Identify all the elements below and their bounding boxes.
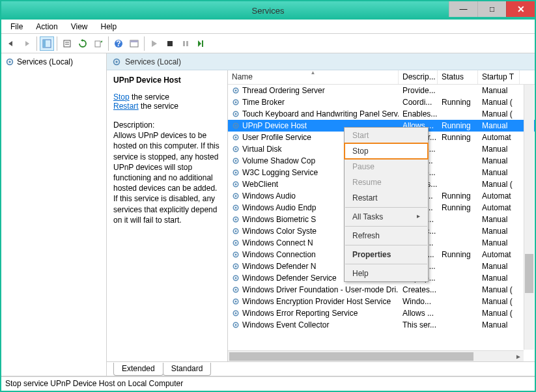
toolbar-separator (144, 36, 145, 51)
svg-rect-5 (95, 41, 100, 47)
services-icon (5, 57, 14, 66)
cell-name: Time Broker (228, 98, 399, 107)
show-hide-tree-button[interactable] (40, 36, 54, 51)
svg-point-57 (235, 313, 237, 315)
split-view: UPnP Device Host Stop the service Restar… (107, 70, 535, 361)
service-row[interactable]: Touch Keyboard and Handwriting Panel Ser… (228, 108, 535, 120)
cell-startup: Manual ( (478, 309, 520, 318)
list-header: Name Descrip... Status Startup T (228, 70, 535, 85)
cell-startup: Manual (478, 320, 520, 329)
list-pane: Name Descrip... Status Startup T Thread … (228, 70, 535, 361)
close-button[interactable]: ✕ (506, 1, 535, 17)
list-body[interactable]: Thread Ordering ServerProvide...ManualTi… (228, 85, 535, 361)
statusbar-text: Stop service UPnP Device Host on Local C… (5, 379, 183, 388)
scroll-thumb-vertical[interactable] (525, 254, 533, 293)
svg-point-51 (235, 277, 237, 279)
svg-rect-10 (167, 41, 173, 46)
svg-rect-12 (186, 41, 188, 46)
svg-rect-13 (202, 40, 203, 47)
cell-status: Running (438, 191, 478, 201)
menu-file[interactable]: File (5, 21, 28, 33)
forward-button[interactable] (20, 36, 34, 51)
restart-service-button[interactable] (194, 36, 208, 51)
cell-startup: Manual (478, 273, 520, 283)
cell-status: Running (438, 203, 478, 212)
cell-description: Allows ... (399, 309, 438, 318)
svg-point-25 (235, 125, 237, 127)
service-row[interactable]: Windows Error Reporting ServiceAllows ..… (228, 307, 535, 319)
svg-point-45 (235, 242, 237, 244)
content-area: Services (Local) Services (Local) UPnP D… (1, 53, 535, 376)
context-stop[interactable]: Stop (345, 143, 428, 159)
tree-root-label: Services (Local) (17, 57, 73, 66)
cell-description: Creates... (399, 285, 438, 294)
cell-startup: Manual ( (478, 285, 520, 294)
help-toolbar-button[interactable]: ? (111, 36, 126, 51)
services-icon (112, 57, 121, 66)
service-row[interactable]: Time BrokerCoordi...RunningManual ( (228, 96, 535, 108)
menu-help[interactable]: Help (96, 21, 122, 33)
menu-view[interactable]: View (66, 21, 93, 33)
tree-pane: Services (Local) (1, 53, 107, 376)
cell-name: Thread Ordering Server (228, 86, 399, 95)
toolbar-separator (57, 36, 57, 51)
svg-point-53 (235, 289, 237, 291)
context-properties[interactable]: Properties (345, 247, 428, 262)
service-dialog-button[interactable] (127, 36, 141, 51)
context-help[interactable]: Help (345, 266, 428, 281)
export-toolbar-button[interactable] (91, 36, 106, 51)
svg-point-35 (235, 184, 237, 186)
cell-startup: Manual ( (478, 180, 520, 189)
svg-point-31 (235, 160, 237, 162)
stop-service-button[interactable] (163, 36, 177, 51)
cell-startup: Automat (478, 250, 520, 259)
column-description[interactable]: Descrip... (399, 70, 438, 84)
maximize-button[interactable]: □ (477, 1, 506, 17)
menu-action[interactable]: Action (31, 21, 63, 33)
tab-standard[interactable]: Standard (163, 363, 212, 376)
svg-point-49 (235, 266, 237, 268)
context-refresh[interactable]: Refresh (345, 228, 428, 244)
svg-point-37 (235, 195, 237, 197)
cell-startup: Automat (478, 133, 520, 142)
context-separator (345, 245, 427, 245)
vertical-scrollbar[interactable] (524, 85, 534, 350)
cell-status: Running (438, 250, 478, 259)
restart-service-link[interactable]: Restart (113, 102, 139, 111)
svg-point-15 (8, 61, 11, 63)
service-row[interactable]: Thread Ordering ServerProvide...Manual (228, 85, 535, 96)
cell-name: Touch Keyboard and Handwriting Panel Ser… (228, 109, 399, 119)
service-row[interactable]: Windows Encryption Provider Host Service… (228, 296, 535, 307)
context-restart[interactable]: Restart (345, 190, 428, 206)
column-name[interactable]: Name (228, 70, 399, 84)
pause-service-button[interactable] (178, 36, 193, 51)
svg-point-41 (235, 219, 237, 221)
column-status[interactable]: Status (438, 70, 478, 84)
back-button[interactable] (4, 36, 18, 51)
cell-startup: Automat (478, 203, 520, 212)
cell-status: Running (438, 98, 478, 107)
cell-startup: Manual (478, 215, 520, 224)
context-all-tasks[interactable]: All Tasks (345, 209, 428, 225)
column-startup[interactable]: Startup T (478, 70, 520, 84)
svg-point-21 (235, 102, 237, 104)
start-service-button[interactable] (147, 36, 162, 51)
cell-startup: Manual (478, 262, 520, 271)
service-row[interactable]: Windows Event CollectorThis ser...Manual (228, 319, 535, 331)
tree-root-item[interactable]: Services (Local) (4, 56, 104, 68)
selected-service-title: UPnP Device Host (113, 76, 221, 85)
stop-service-link[interactable]: Stop (113, 92, 130, 102)
service-row[interactable]: Windows Driver Foundation - User-mode Dr… (228, 284, 535, 296)
restart-suffix: the service (139, 102, 178, 111)
horizontal-scrollbar[interactable]: ◄ ► (228, 350, 524, 361)
description-block: Description: Allows UPnP devices to be h… (113, 120, 221, 225)
minimize-button[interactable]: — (449, 1, 477, 17)
cell-name: Windows Encryption Provider Host Service (228, 297, 399, 306)
scroll-thumb-horizontal[interactable] (229, 352, 473, 361)
cell-name: Windows Driver Foundation - User-mode Dr… (228, 285, 399, 294)
properties-toolbar-button[interactable] (60, 36, 74, 51)
tab-extended[interactable]: Extended (113, 363, 163, 376)
scroll-right-arrow[interactable]: ► (513, 351, 524, 361)
refresh-toolbar-button[interactable] (76, 36, 90, 51)
cell-startup: Manual ( (478, 297, 520, 306)
